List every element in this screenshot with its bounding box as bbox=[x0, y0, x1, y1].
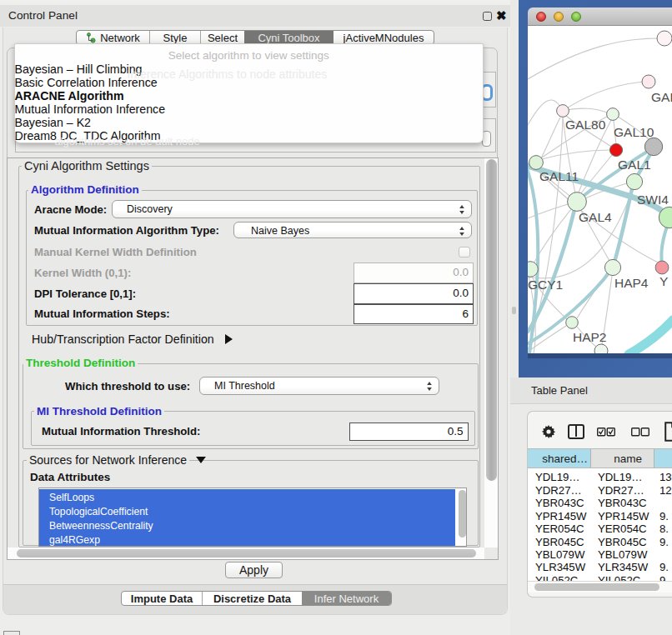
svg-text:GAL80: GAL80 bbox=[565, 118, 606, 132]
svg-text:GAL11: GAL11 bbox=[539, 169, 579, 183]
svg-text:GAL4: GAL4 bbox=[579, 210, 612, 224]
svg-text:GAL: GAL bbox=[651, 90, 672, 104]
svg-text:Y: Y bbox=[659, 274, 668, 288]
svg-text:HAP2: HAP2 bbox=[573, 330, 607, 344]
svg-text:GCY1: GCY1 bbox=[528, 278, 563, 292]
svg-text:HAP4: HAP4 bbox=[614, 276, 649, 290]
svg-text:GAL1: GAL1 bbox=[618, 158, 651, 172]
svg-text:GAL10: GAL10 bbox=[614, 125, 654, 139]
svg-text:SWI4: SWI4 bbox=[637, 192, 669, 207]
